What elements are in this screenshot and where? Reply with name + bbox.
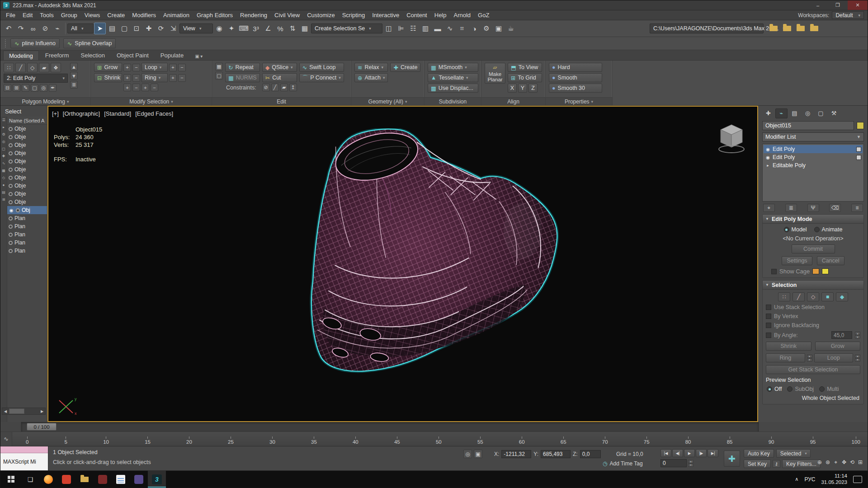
spline-overlap-button[interactable]: Spline Overlap bbox=[63, 38, 116, 48]
scene-object-row[interactable]: ◉ Obje bbox=[7, 141, 47, 149]
scene-object-row[interactable]: ◉ Obje bbox=[7, 149, 47, 157]
explorer-scrollbar[interactable] bbox=[2, 408, 46, 415]
to-view-button[interactable]: To View bbox=[508, 63, 542, 72]
object-color-swatch[interactable] bbox=[857, 122, 864, 129]
reference-coordinate-dropdown[interactable]: View bbox=[179, 23, 213, 33]
viewport-shading-menu[interactable]: [Standard] bbox=[104, 110, 131, 117]
panel-label-properties[interactable]: Properties bbox=[546, 97, 612, 105]
ring-shift-plus-button[interactable] bbox=[142, 84, 149, 91]
current-frame-field[interactable] bbox=[660, 459, 687, 467]
keyboard-override-icon[interactable]: ⌨ bbox=[238, 23, 250, 34]
language-indicator[interactable]: РУС bbox=[804, 476, 815, 483]
use-displacement-button[interactable]: Use Displac... bbox=[428, 84, 478, 93]
visibility-eye-icon[interactable]: ◉ bbox=[9, 208, 14, 213]
use-stack-selection-checkbox[interactable] bbox=[766, 305, 771, 310]
scene-explorer-icon[interactable]: ☷ bbox=[407, 23, 419, 34]
grow-plus-button[interactable] bbox=[123, 64, 131, 71]
maximize-viewport-icon[interactable]: ⊞ bbox=[857, 458, 864, 466]
configure-modifier-sets-icon[interactable]: ≡ bbox=[851, 204, 863, 212]
scene-object-row[interactable]: ◉ Obje bbox=[7, 174, 47, 182]
ring-selection-button[interactable]: Ring bbox=[766, 353, 805, 362]
nurms-button[interactable]: NURMS bbox=[225, 73, 260, 82]
menu-item[interactable]: Animation bbox=[160, 10, 193, 20]
spline-influence-button[interactable]: pline Influeno bbox=[10, 38, 60, 48]
viewport-general-menu[interactable]: [+] bbox=[52, 110, 59, 117]
by-vertex-checkbox[interactable] bbox=[766, 314, 771, 319]
ribbon-tab[interactable]: Modeling bbox=[3, 51, 39, 60]
polygon-subobject-icon[interactable]: ■ bbox=[821, 292, 834, 301]
start-button[interactable] bbox=[0, 471, 21, 488]
object-name-field[interactable] bbox=[762, 121, 854, 130]
minimize-button[interactable] bbox=[808, 0, 828, 10]
app-icon-maroon[interactable] bbox=[94, 471, 112, 488]
notification-center-icon[interactable] bbox=[853, 476, 862, 483]
add-time-tag[interactable]: Add Time Tag bbox=[603, 460, 643, 467]
snaps-toggle-icon[interactable]: 3³ bbox=[250, 23, 262, 34]
unlink-selection-icon[interactable]: ⊘ bbox=[39, 23, 51, 34]
schematic-view-icon[interactable]: ⌗ bbox=[456, 23, 468, 34]
grow-button[interactable]: Grow bbox=[94, 63, 122, 72]
hard-button[interactable]: Hard bbox=[549, 63, 602, 72]
x-coordinate-field[interactable] bbox=[501, 450, 531, 458]
undo-icon[interactable]: ↶ bbox=[3, 23, 14, 34]
toolbar-drag-handle[interactable] bbox=[5, 39, 7, 47]
menu-item[interactable]: Scripting bbox=[339, 10, 369, 20]
use-nurms-icon[interactable]: ▦ bbox=[215, 63, 223, 70]
loop-plus-button[interactable] bbox=[169, 64, 177, 71]
grow-selection-button[interactable]: Grow bbox=[815, 342, 861, 351]
scene-object-row[interactable]: ◉ Obje bbox=[7, 182, 47, 190]
rect-region-icon[interactable]: ▢ bbox=[118, 23, 130, 34]
border-mode-icon[interactable]: ◇ bbox=[27, 63, 38, 72]
loop-shift-plus-button[interactable] bbox=[123, 84, 131, 91]
repeat-button[interactable]: Repeat bbox=[225, 63, 260, 72]
preserve-uvs-icon[interactable]: ⊞ bbox=[13, 84, 20, 92]
loop-shift-minus-button[interactable] bbox=[132, 84, 140, 91]
ignore-backfacing-checkbox[interactable] bbox=[766, 323, 771, 328]
loop-button[interactable]: Loop bbox=[142, 63, 168, 72]
taskbar-clock[interactable]: 11:14 31.05.2023 bbox=[821, 473, 847, 485]
key-icon[interactable] bbox=[773, 460, 780, 468]
preview-multi-radio[interactable]: Multi bbox=[819, 386, 839, 392]
menu-item[interactable]: Content bbox=[403, 10, 431, 20]
by-angle-checkbox[interactable] bbox=[766, 333, 771, 338]
scene-object-row[interactable]: ◉ Plan bbox=[7, 247, 47, 255]
workspaces-dropdown[interactable]: Default bbox=[832, 11, 864, 19]
menu-item[interactable]: Group bbox=[57, 10, 81, 20]
scroll-right-icon[interactable] bbox=[39, 409, 45, 413]
isolate-selection-icon[interactable] bbox=[463, 450, 472, 458]
render-setup-icon[interactable]: ⚙ bbox=[481, 23, 492, 34]
ribbon-tab[interactable]: Freeform bbox=[40, 51, 75, 60]
minimize-ribbon-icon[interactable] bbox=[193, 52, 205, 60]
angle-snap-icon[interactable]: ∠ bbox=[262, 23, 274, 34]
named-selection-dropdown[interactable]: Create Selection Se bbox=[311, 23, 382, 33]
viewport-mode-menu[interactable]: [Edged Faces] bbox=[135, 110, 173, 117]
curve-editor-icon[interactable]: ∿ bbox=[444, 23, 456, 34]
shrink-plus-button[interactable] bbox=[123, 74, 131, 82]
modifier-list-dropdown[interactable]: Modifier List ▼ bbox=[762, 132, 864, 141]
ribbon-tab[interactable]: Object Paint bbox=[111, 51, 154, 60]
panel-label-edit[interactable]: Edit bbox=[212, 97, 351, 105]
explorer-tool-icon[interactable]: ▦ bbox=[2, 169, 5, 173]
viewport[interactable]: [+] [Orthographic] [Standard] [Edged Fac… bbox=[47, 106, 758, 422]
explorer-tool-icon[interactable]: ▸ bbox=[3, 125, 5, 129]
expand-arrow-icon[interactable] bbox=[765, 163, 771, 168]
window-crossing-icon[interactable]: ⊡ bbox=[131, 23, 142, 34]
zoom-icon[interactable]: ⊕ bbox=[816, 458, 823, 466]
modify-tab-icon[interactable]: ⌁ bbox=[775, 108, 788, 118]
smooth-button[interactable]: Smooth bbox=[549, 73, 602, 82]
menu-item[interactable]: Interactive bbox=[368, 10, 403, 20]
modifier-stack-row[interactable]: Edit Poly bbox=[764, 145, 863, 153]
render-production-icon[interactable]: ☕ bbox=[505, 23, 517, 34]
explorer-tool-icon[interactable]: ◇ bbox=[2, 176, 5, 180]
element-subobject-icon[interactable]: ◆ bbox=[836, 292, 848, 301]
previous-modifier-icon[interactable]: ▼ bbox=[70, 72, 78, 80]
show-end-result-icon[interactable]: ≣ bbox=[785, 204, 797, 212]
align-z-button[interactable]: Z bbox=[528, 84, 538, 93]
scene-object-row[interactable]: ◉ Obje bbox=[7, 157, 47, 165]
select-and-rotate-icon[interactable]: ⟳ bbox=[155, 23, 167, 34]
element-mode-icon[interactable]: ❖ bbox=[51, 63, 61, 72]
explorer-tool-icon[interactable]: ⊞ bbox=[2, 197, 5, 202]
scene-object-row[interactable]: ◉ Obje bbox=[7, 125, 47, 133]
maxscript-macro-row[interactable] bbox=[0, 446, 48, 453]
constraint-normal-icon[interactable]: ↥ bbox=[289, 84, 297, 91]
